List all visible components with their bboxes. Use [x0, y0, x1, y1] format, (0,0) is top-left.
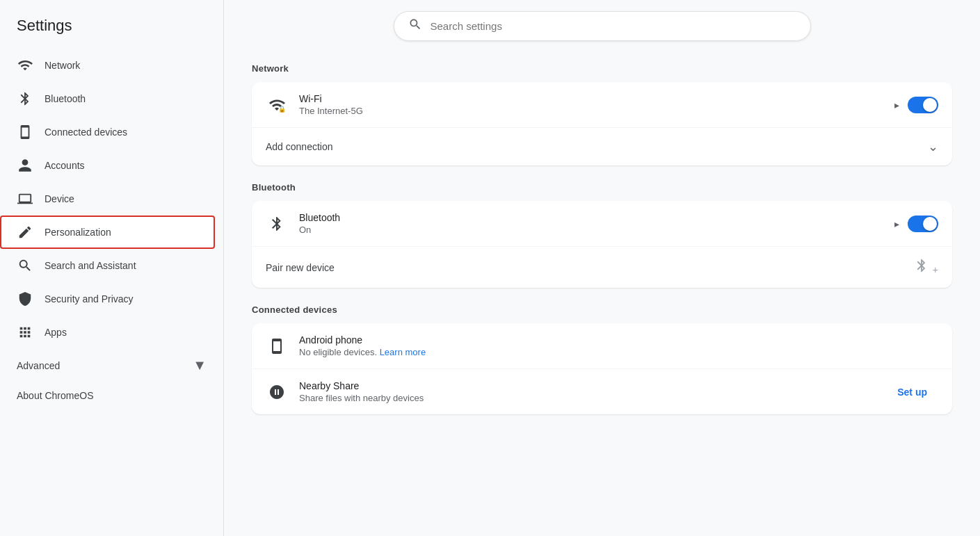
- wifi-chevron-icon: ▸: [894, 99, 899, 111]
- nearby-share-setup-button[interactable]: Set up: [886, 381, 938, 403]
- sidebar-connected-devices-label: Connected devices: [45, 127, 127, 138]
- search-assistant-icon: [17, 257, 33, 274]
- connected-devices-icon: [17, 124, 33, 140]
- nearby-share-right: Set up: [886, 381, 938, 403]
- security-privacy-icon: [17, 291, 33, 307]
- sidebar-bluetooth-label: Bluetooth: [45, 93, 86, 104]
- search-bar-wrapper: [252, 0, 952, 58]
- sidebar-item-search-assistant[interactable]: Search and Assistant: [0, 249, 215, 282]
- add-connection-row[interactable]: Add connection ⌄: [252, 128, 952, 165]
- pair-device-label: Pair new device: [266, 262, 335, 273]
- bluetooth-section-title: Bluetooth: [252, 182, 952, 193]
- sidebar-network-label: Network: [45, 60, 80, 71]
- accounts-icon: [17, 157, 33, 174]
- search-icon: [408, 17, 422, 35]
- bluetooth-chevron-icon: ▸: [894, 218, 899, 229]
- sidebar-search-assistant-label: Search and Assistant: [45, 260, 136, 271]
- search-input[interactable]: [431, 20, 796, 32]
- network-card: 🔒 Wi-Fi The Internet-5G ▸ Add connection…: [252, 82, 952, 165]
- android-phone-title: Android phone: [299, 334, 938, 346]
- android-phone-text: Android phone No eligible devices. Learn…: [299, 334, 938, 357]
- bluetooth-add-icon: +: [914, 258, 938, 277]
- app-title: Settings: [0, 11, 223, 49]
- device-icon: [17, 190, 33, 207]
- bluetooth-row[interactable]: Bluetooth On ▸: [252, 201, 952, 247]
- nearby-share-icon: [266, 381, 288, 403]
- android-phone-icon: [266, 335, 288, 357]
- search-bar: [394, 11, 811, 41]
- sidebar: Settings Network Bluetooth Connected dev…: [0, 0, 224, 536]
- sidebar-item-personalization[interactable]: Personalization: [0, 216, 215, 249]
- sidebar-device-label: Device: [45, 193, 74, 204]
- bluetooth-row-text: Bluetooth On: [299, 212, 883, 235]
- sidebar-security-privacy-label: Security and Privacy: [45, 293, 134, 304]
- sidebar-advanced-label: Advanced: [17, 360, 60, 371]
- wifi-row-icon: 🔒: [266, 94, 288, 116]
- sidebar-item-device[interactable]: Device: [0, 182, 215, 216]
- bluetooth-item-subtitle: On: [299, 225, 883, 235]
- sidebar-item-bluetooth[interactable]: Bluetooth: [0, 82, 215, 115]
- sidebar-personalization-label: Personalization: [45, 227, 111, 238]
- nearby-share-subtitle: Share files with nearby devices: [299, 393, 875, 403]
- wifi-row-text: Wi-Fi The Internet-5G: [299, 93, 883, 116]
- apps-icon: [17, 324, 33, 341]
- sidebar-item-apps[interactable]: Apps: [0, 316, 215, 349]
- sidebar-advanced[interactable]: Advanced ▼: [0, 349, 223, 382]
- bluetooth-card: Bluetooth On ▸ Pair new device +: [252, 201, 952, 288]
- pair-device-row[interactable]: Pair new device +: [252, 247, 952, 288]
- advanced-left: Advanced: [17, 360, 60, 371]
- network-section-title: Network: [252, 63, 952, 74]
- connected-devices-section-title: Connected devices: [252, 304, 952, 315]
- sidebar-about-label: About ChromeOS: [17, 390, 94, 401]
- bluetooth-item-title: Bluetooth: [299, 212, 883, 223]
- learn-more-link[interactable]: Learn more: [380, 347, 426, 357]
- nearby-share-row[interactable]: Nearby Share Share files with nearby dev…: [252, 369, 952, 414]
- android-phone-subtitle: No eligible devices. Learn more: [299, 347, 938, 357]
- bluetooth-toggle[interactable]: [908, 216, 938, 232]
- bluetooth-row-right: ▸: [894, 216, 938, 232]
- sidebar-item-about[interactable]: About ChromeOS: [0, 382, 223, 409]
- wifi-title: Wi-Fi: [299, 93, 883, 104]
- bluetooth-icon: [17, 90, 33, 107]
- wifi-row[interactable]: 🔒 Wi-Fi The Internet-5G ▸: [252, 82, 952, 128]
- wifi-subtitle: The Internet-5G: [299, 106, 883, 116]
- sidebar-item-accounts[interactable]: Accounts: [0, 149, 215, 182]
- wifi-icon: [17, 57, 33, 74]
- bluetooth-row-icon: [266, 213, 288, 235]
- wifi-toggle[interactable]: [908, 97, 938, 113]
- main-content: Network 🔒 Wi-Fi The Internet-5G ▸ Add co…: [224, 0, 980, 536]
- nearby-share-text: Nearby Share Share files with nearby dev…: [299, 380, 875, 403]
- sidebar-item-connected-devices[interactable]: Connected devices: [0, 115, 215, 149]
- connected-devices-card: Android phone No eligible devices. Learn…: [252, 323, 952, 414]
- add-connection-label: Add connection: [266, 141, 333, 152]
- personalization-icon: [17, 224, 33, 241]
- sidebar-accounts-label: Accounts: [45, 160, 85, 171]
- nearby-share-title: Nearby Share: [299, 380, 875, 391]
- sidebar-item-network[interactable]: Network: [0, 49, 215, 82]
- wifi-row-right: ▸: [894, 97, 938, 113]
- sidebar-item-security-privacy[interactable]: Security and Privacy: [0, 282, 215, 316]
- android-phone-row[interactable]: Android phone No eligible devices. Learn…: [252, 323, 952, 369]
- add-connection-chevron-icon: ⌄: [928, 139, 938, 154]
- chevron-down-icon: ▼: [193, 357, 207, 373]
- sidebar-apps-label: Apps: [45, 327, 67, 338]
